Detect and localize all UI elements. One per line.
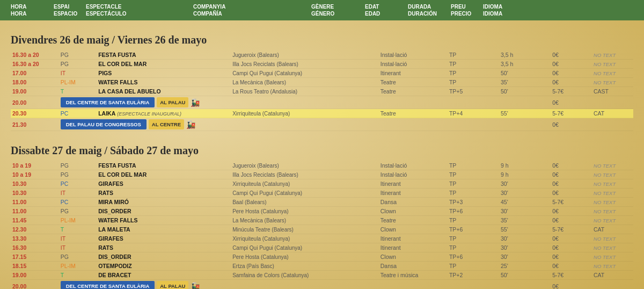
cell-preu: 0€ [551, 96, 592, 109]
cell-genere: Clown [379, 252, 448, 262]
espectacle-name: FESTA FUSTA [98, 52, 136, 58]
btn-al-palau: AL PALAU [157, 97, 188, 107]
cell-companyia: Jugueroix (Balears) [231, 161, 379, 170]
header-edat: EDATEDAD [365, 3, 408, 17]
cell-hora: 17.00 [11, 69, 59, 78]
cell-durada: 50' [499, 271, 551, 280]
cell-genere: Itinerant [379, 243, 448, 252]
cell-hora: 17.15 [11, 252, 59, 262]
companyia-text: Xirriquiteula (Catalunya) [232, 181, 290, 187]
cell-companyia: Baal (Balears) [231, 198, 379, 207]
cell-espai: PL-IM [59, 216, 97, 225]
table-row: 19.00TDE BRACETSamfaina de Colors (Catal… [11, 271, 633, 280]
table-row: 18.15PL-IMOTEMPODIZErtza (País Basc)Dans… [11, 262, 633, 271]
cell-durada: 35' [499, 78, 551, 87]
cell-hora: 20.00 [11, 280, 59, 290]
espectacle-name: WATER FALLS [98, 79, 137, 85]
cell-durada: 9 h [499, 170, 551, 179]
idioma-notext: NO TEXT [594, 208, 616, 214]
cell-genere: Dansa [379, 262, 448, 271]
cell-espai: PC [59, 109, 97, 118]
cell-hora: 13.30 [11, 234, 59, 243]
companyia-text: Samfaina de Colors (Catalunya) [232, 272, 309, 278]
cell-preu: 0€ [551, 280, 592, 290]
cell-companyia: Campi Qui Pugui (Catalunya) [231, 243, 379, 252]
section-title-1: Dissabte 27 de maig / Sábado 27 de mayo [11, 144, 633, 157]
table-row: 10.30ITRATSCampi Qui Pugui (Catalunya)It… [11, 189, 633, 198]
cell-espai: IT [59, 243, 97, 252]
cell-companyia: Samfaina de Colors (Catalunya) [231, 271, 379, 280]
cell-idioma: NO TEXT [592, 69, 633, 78]
cell-hora: 11.00 [11, 207, 59, 216]
cell-espai: IT [59, 189, 97, 198]
cell-espectacle: RATS [97, 243, 231, 252]
table-row: 16.30 a 20PGFESTA FUSTAJugueroix (Balear… [11, 50, 633, 60]
cell-companyia: La Mecànica (Balears) [231, 78, 379, 87]
espectacle-name: RATS [98, 244, 113, 251]
companyia-text: Ertza (País Basc) [232, 263, 274, 269]
cell-edat: TP [448, 179, 499, 189]
cell-idioma [592, 280, 633, 290]
cell-hora: 16.30 a 20 [11, 50, 59, 60]
cell-preu: 5-7€ [551, 87, 592, 96]
idioma-notext: NO TEXT [594, 190, 616, 196]
cell-durada: 30' [499, 189, 551, 198]
cell-hora: 12.30 [11, 225, 59, 234]
cell-idioma [592, 96, 633, 109]
cell-idioma: NO TEXT [592, 50, 633, 60]
table-row: 11.00PCMIRA MIRÓBaal (Balears)DansaTP+34… [11, 198, 633, 207]
espectacle-name: LA CASA DEL ABUELO [98, 88, 160, 95]
schedule-table-0: 16.30 a 20PGFESTA FUSTAJugueroix (Balear… [11, 50, 633, 131]
espectacle-name: EL COR DEL MAR [98, 61, 147, 67]
cell-espai: PG [59, 161, 97, 170]
cell-companyia: Campi Qui Pugui (Catalunya) [231, 189, 379, 198]
btn-palau-congressos[interactable]: DEL PALAU DE CONGRESSOS [61, 119, 147, 129]
table-row: 10 a 19PGEL COR DEL MARIlla Jocs Recicla… [11, 170, 633, 179]
table-row: 10.30PCGIRAFESXirriquiteula (Catalunya)I… [11, 179, 633, 189]
cell-preu: 5-7€ [551, 225, 592, 234]
btn-centre[interactable]: DEL CENTRE DE SANTA EULÀRIA [61, 281, 155, 289]
cell-edat: TP [448, 243, 499, 252]
table-row: 18.00PL-IMWATER FALLSLa Mecànica (Balear… [11, 78, 633, 87]
companyia-text: Pere Hosta (Catalunya) [232, 208, 289, 214]
cell-edat: TP [448, 50, 499, 60]
espectacle-name: LA MALETA [98, 226, 130, 233]
header-hora: HORAHORA [11, 3, 54, 17]
cell-preu: 5-7€ [551, 198, 592, 207]
cell-espectacle: DIS_ORDER [97, 207, 231, 216]
cell-companyia: Minúcula Teatre (Balears) [231, 225, 379, 234]
section-title-0: Divendres 26 de maig / Viernes 26 de may… [11, 34, 633, 46]
idioma-notext: NO TEXT [594, 61, 616, 67]
idioma-notext: NO TEXT [594, 254, 616, 260]
companyia-text: La Mecànica (Balears) [232, 218, 286, 223]
espectacle-name: EL COR DEL MAR [98, 171, 147, 178]
cell-espectacle: FESTA FUSTA [97, 161, 231, 170]
cell-espectacle: PIGS [97, 69, 231, 78]
espectacle-name: GIRAFES [98, 235, 123, 242]
cell-companyia: La Rous Teatro (Andalusia) [231, 87, 379, 96]
cell-hora: 10.30 [11, 189, 59, 198]
cell-hora: 11.45 [11, 216, 59, 225]
cell-genere: Itinerant [379, 189, 448, 198]
cell-idioma: NO TEXT [592, 179, 633, 189]
cell-idioma: NO TEXT [592, 170, 633, 179]
cell-durada: 30' [499, 179, 551, 189]
table-row: 19.00TLA CASA DEL ABUELOLa Rous Teatro (… [11, 87, 633, 96]
idioma-notext: NO TEXT [594, 181, 616, 187]
btn-centre[interactable]: DEL CENTRE DE SANTA EULÀRIA [61, 97, 155, 107]
cell-espai: PG [59, 60, 97, 69]
cell-companyia: Illa Jocs Reciclats (Balears) [231, 170, 379, 179]
table-row: 17.15PGDIS_ORDERPere Hosta (Catalunya)Cl… [11, 252, 633, 262]
cell-preu: 0€ [551, 69, 592, 78]
table-row: 12.30TLA MALETAMinúcula Teatre (Balears)… [11, 225, 633, 234]
cell-idioma: NO TEXT [592, 234, 633, 243]
header-preu: PREUPRECIO [451, 3, 483, 17]
cell-preu: 5-7€ [551, 109, 592, 118]
cell-idioma: NO TEXT [592, 189, 633, 198]
espectacle-name: WATER FALLS [98, 217, 137, 223]
cell-train-banner: DEL CENTRE DE SANTA EULÀRIA AL PALAU 🚂 [59, 96, 551, 109]
cell-idioma: CAT [592, 271, 633, 280]
idioma-notext: NO TEXT [594, 263, 616, 269]
companyia-text: Baal (Balears) [232, 199, 266, 205]
companyia-text: Minúcula Teatre (Balears) [232, 227, 294, 233]
